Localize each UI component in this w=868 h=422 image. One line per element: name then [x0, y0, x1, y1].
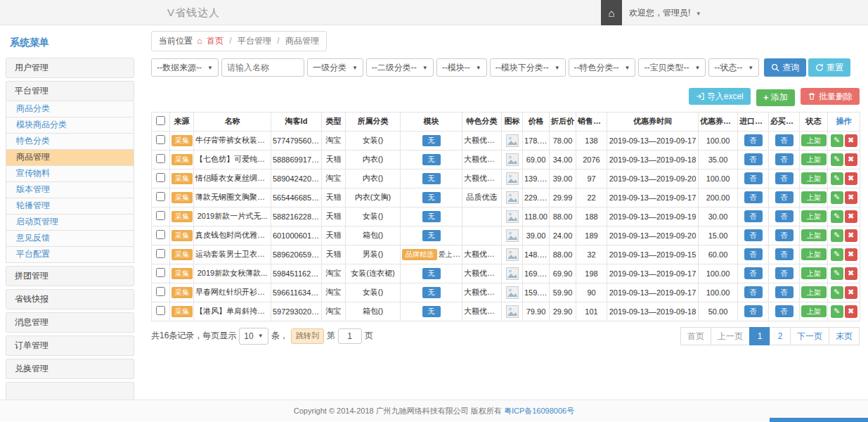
status-button[interactable]: 上架 [801, 134, 827, 146]
edit-button[interactable]: ✎ [831, 153, 843, 166]
edit-button[interactable]: ✎ [831, 229, 843, 242]
pager-button[interactable]: 上一页 [711, 327, 750, 345]
sidebar-item[interactable]: 特色分类 [6, 134, 134, 150]
pager-button[interactable]: 首页 [680, 327, 711, 345]
edit-button[interactable]: ✎ [831, 305, 843, 318]
import-optional-toggle[interactable]: 否 [744, 172, 763, 184]
home-button[interactable]: ⌂ [601, 0, 622, 25]
delete-button[interactable]: ✖ [845, 305, 857, 318]
row-checkbox[interactable] [156, 230, 165, 239]
row-checkbox[interactable] [156, 306, 165, 315]
must-buy-toggle[interactable]: 否 [775, 153, 793, 165]
must-buy-toggle[interactable]: 否 [775, 191, 793, 203]
select-all-checkbox[interactable] [156, 116, 165, 125]
row-checkbox[interactable] [156, 287, 165, 296]
user-dropdown[interactable]: 欢迎您，管理员! ▼ [622, 0, 708, 25]
sidebar-item[interactable]: 平台配置 [6, 247, 134, 263]
icp-link[interactable]: 粤ICP备16098006号 [504, 407, 574, 415]
delete-button[interactable]: ✖ [845, 286, 857, 299]
name-filter-input[interactable] [221, 58, 304, 77]
pager-button[interactable]: 末页 [829, 327, 860, 345]
must-buy-toggle[interactable]: 否 [775, 305, 793, 317]
edit-button[interactable]: ✎ [831, 134, 843, 147]
import-optional-toggle[interactable]: 否 [744, 134, 763, 146]
import-optional-toggle[interactable]: 否 [744, 229, 763, 241]
sidebar-item[interactable]: 模块商品分类 [6, 117, 134, 134]
delete-button[interactable]: ✖ [845, 229, 857, 242]
row-checkbox[interactable] [156, 211, 165, 220]
edit-button[interactable]: ✎ [831, 191, 843, 204]
status-button[interactable]: 上架 [801, 305, 827, 317]
status-button[interactable]: 上架 [801, 248, 827, 260]
sidebar-item[interactable]: 商品分类 [6, 101, 134, 117]
add-button[interactable]: + 添加 [756, 89, 795, 106]
filter-select[interactable]: --二级分类--▼ [366, 58, 434, 77]
filter-select[interactable]: --特色分类--▼ [569, 58, 636, 77]
sidebar-item[interactable]: 拼团管理 [6, 266, 134, 286]
filter-select[interactable]: 一级分类▼ [307, 58, 363, 77]
search-button[interactable]: 查询 [764, 58, 806, 77]
must-buy-toggle[interactable]: 否 [775, 267, 793, 279]
row-checkbox[interactable] [156, 268, 165, 277]
delete-button[interactable]: ✖ [845, 267, 857, 280]
sidebar-item[interactable]: 意见反馈 [6, 231, 134, 247]
row-checkbox[interactable] [156, 192, 165, 201]
import-optional-toggle[interactable]: 否 [744, 286, 763, 298]
edit-button[interactable]: ✎ [831, 248, 843, 261]
page-number-input[interactable] [338, 328, 362, 344]
pager-button[interactable]: 下一页 [790, 327, 829, 345]
import-optional-toggle[interactable]: 否 [744, 305, 763, 317]
pager-button[interactable]: 2 [770, 327, 791, 345]
delete-button[interactable]: ✖ [845, 134, 857, 147]
sidebar-item[interactable]: 版本管理 [6, 182, 134, 198]
sidebar-item[interactable]: 启动页管理 [6, 215, 134, 231]
status-button[interactable]: 上架 [801, 286, 827, 298]
row-checkbox[interactable] [156, 135, 165, 144]
sidebar-item[interactable]: 兑换管理 [6, 359, 134, 379]
delete-button[interactable]: ✖ [845, 172, 857, 185]
status-button[interactable]: 上架 [801, 229, 827, 241]
delete-button[interactable]: ✖ [845, 191, 857, 204]
sidebar-item[interactable]: 宣传物料 [6, 166, 134, 182]
status-button[interactable]: 上架 [801, 267, 827, 279]
delete-button[interactable]: ✖ [845, 210, 857, 223]
row-checkbox[interactable] [156, 154, 165, 163]
must-buy-toggle[interactable]: 否 [775, 210, 793, 222]
import-optional-toggle[interactable]: 否 [744, 248, 763, 260]
filter-select[interactable]: --状态--▼ [708, 58, 759, 77]
import-optional-toggle[interactable]: 否 [744, 210, 763, 222]
sidebar-item[interactable]: 消息管理 [6, 312, 134, 333]
edit-button[interactable]: ✎ [831, 286, 843, 299]
import-excel-button[interactable]: 导入excel [689, 88, 751, 105]
sidebar-item[interactable]: 订单管理 [6, 335, 134, 356]
sidebar-item[interactable]: 平台管理 [6, 81, 134, 101]
batch-delete-button[interactable]: 批量删除 [801, 88, 860, 105]
must-buy-toggle[interactable]: 否 [775, 134, 793, 146]
delete-button[interactable]: ✖ [845, 153, 857, 166]
filter-select[interactable]: --模块--▼ [436, 58, 487, 77]
status-button[interactable]: 上架 [801, 172, 827, 184]
delete-button[interactable]: ✖ [845, 248, 857, 261]
must-buy-toggle[interactable]: 否 [775, 172, 793, 184]
filter-select[interactable]: --模块下分类--▼ [490, 58, 566, 77]
import-optional-toggle[interactable]: 否 [744, 267, 763, 279]
filter-select[interactable]: --数据来源--▼ [151, 58, 219, 77]
sidebar-item[interactable]: 轮播管理 [6, 198, 134, 215]
sidebar-item[interactable]: 用户管理 [6, 58, 134, 78]
sidebar-item[interactable]: 省钱快报 [6, 289, 134, 309]
row-checkbox[interactable] [156, 173, 165, 182]
must-buy-toggle[interactable]: 否 [775, 229, 793, 241]
status-button[interactable]: 上架 [801, 210, 827, 222]
import-optional-toggle[interactable]: 否 [744, 191, 763, 203]
breadcrumb-item-platform[interactable]: 平台管理 [238, 36, 271, 46]
per-page-select[interactable]: 10 ▼ [239, 328, 268, 345]
must-buy-toggle[interactable]: 否 [775, 248, 793, 260]
import-optional-toggle[interactable]: 否 [744, 153, 763, 165]
edit-button[interactable]: ✎ [831, 210, 843, 223]
reset-button[interactable]: 重置 [808, 58, 850, 77]
edit-button[interactable]: ✎ [831, 172, 843, 185]
breadcrumb-home-link[interactable]: 首页 [207, 36, 224, 46]
sidebar-item[interactable]: 商品管理 [6, 150, 134, 166]
jump-button[interactable]: 跳转到 [291, 328, 324, 344]
page-number-active[interactable]: 1 [749, 327, 770, 345]
